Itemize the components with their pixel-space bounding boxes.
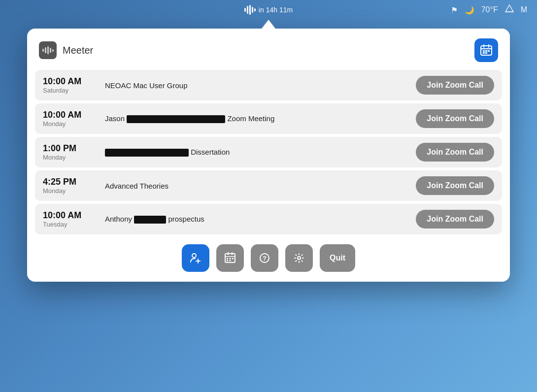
meeting-title-1: NEOAC Mac User Group [105,81,408,90]
day-value-4: Monday [43,187,97,195]
join-zoom-button-3[interactable]: Join Zoom Call [416,143,494,162]
bottom-toolbar: ? Quit [27,244,510,272]
main-panel: Meeter 10:00 AM Saturday NEOAC Ma [27,29,510,282]
svg-rect-18 [232,258,234,260]
meeting-time-3: 1:00 PM Monday [43,143,97,162]
calendar-open-button[interactable] [474,38,498,62]
time-value-2: 10:00 AM [43,110,97,121]
panel-header: Meeter [27,29,510,70]
title-redacted-5 [134,216,166,224]
time-value-5: 10:00 AM [43,210,97,221]
meeting-row: 1:00 PM Monday Dissertation Join Zoom Ca… [35,137,502,167]
time-value-4: 4:25 PM [43,177,97,188]
menubar-time-label: in 14h 11m [259,6,293,14]
svg-text:?: ? [263,255,267,262]
meeting-time-2: 10:00 AM Monday [43,110,97,128]
calendar-grid-button[interactable] [216,244,244,272]
add-event-button[interactable] [182,244,209,272]
join-zoom-button-2[interactable]: Join Zoom Call [416,109,494,128]
app-icon [39,41,57,59]
svg-rect-7 [483,52,485,54]
day-value-2: Monday [43,120,97,128]
menubar-moon-icon: 🌙 [465,5,474,15]
svg-rect-6 [488,50,490,52]
svg-rect-4 [483,50,485,52]
day-value-5: Tuesday [43,221,97,228]
meeting-time-5: 10:00 AM Tuesday [43,210,97,229]
menubar-icons: ⚑ 🌙 70°F M [451,4,527,15]
menubar-flag-icon: ⚑ [451,5,458,15]
meeting-time-4: 4:25 PM Monday [43,177,97,195]
meeting-title-5: Anthony prospectus [105,215,408,224]
settings-button[interactable] [285,244,313,272]
title-redacted-3 [105,149,189,157]
title-prefix-5: Anthony [105,215,134,223]
meeting-time-1: 10:00 AM Saturday [43,76,97,95]
app-waveform-icon [42,45,54,55]
join-zoom-button-5[interactable]: Join Zoom Call [416,210,494,229]
time-value-3: 1:00 PM [43,143,97,154]
svg-rect-17 [230,258,231,260]
title-redacted-2 [127,115,225,123]
svg-rect-5 [485,50,487,52]
join-zoom-button-4[interactable]: Join Zoom Call [416,176,494,195]
meeting-row: 10:00 AM Tuesday Anthony prospectus Join… [35,204,502,234]
menubar-center: in 14h 11m [244,5,293,15]
menubar-weather-label: 70°F [481,5,498,14]
help-button[interactable]: ? [251,244,278,272]
popup-pointer [262,20,275,29]
title-suffix-5: prospectus [168,215,204,223]
meeting-list: 10:00 AM Saturday NEOAC Mac User Group J… [27,70,510,234]
menubar-drive-icon [505,4,514,15]
app-name: Meeter [63,45,93,56]
svg-rect-19 [227,260,228,261]
title-prefix-2: Jason [105,114,127,123]
quit-button[interactable]: Quit [320,244,355,272]
menubar-malware-icon: M [521,5,527,14]
meeting-title-3: Dissertation [105,148,408,157]
meeting-row: 10:00 AM Monday Jason Zoom Meeting Join … [35,103,502,134]
svg-rect-16 [227,258,228,260]
meeter-menubar-icon [244,5,256,15]
svg-point-9 [192,254,196,258]
time-value-1: 10:00 AM [43,76,97,87]
meeting-title-2: Jason Zoom Meeting [105,114,408,123]
panel-header-left: Meeter [39,41,93,59]
meeting-title-4: Advanced Theories [105,182,408,190]
day-value-1: Saturday [43,87,97,94]
meeting-row: 4:25 PM Monday Advanced Theories Join Zo… [35,170,502,201]
day-value-3: Monday [43,154,97,161]
svg-point-23 [298,257,301,260]
svg-rect-20 [230,260,231,261]
title-suffix-2: Zoom Meeting [227,114,274,123]
menubar: in 14h 11m ⚑ 🌙 70°F M [0,0,537,20]
svg-rect-8 [485,52,487,54]
title-suffix-3: Dissertation [191,148,230,156]
join-zoom-button-1[interactable]: Join Zoom Call [416,76,494,95]
meeting-row: 10:00 AM Saturday NEOAC Mac User Group J… [35,70,502,100]
